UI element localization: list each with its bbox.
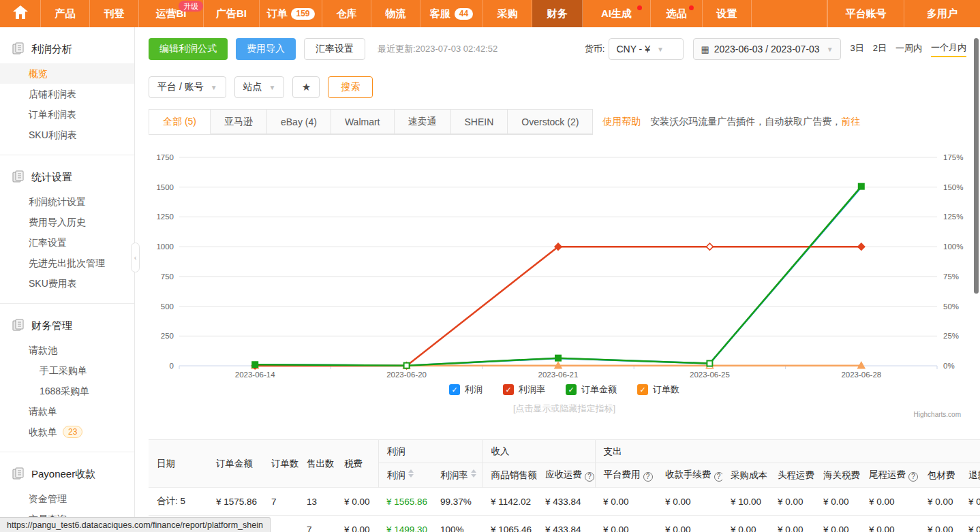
- sidebar-item-1688采购单[interactable]: 1688采购单: [0, 381, 134, 401]
- date-range-picker[interactable]: ▦ 2023-06-03 / 2023-07-03 ▼: [693, 38, 840, 60]
- sidebar-item-订单利润表[interactable]: 订单利润表: [0, 104, 134, 125]
- nav-item-采购[interactable]: 采购: [483, 0, 532, 27]
- column-header-订单金额[interactable]: 订单金额: [208, 440, 263, 488]
- nav-item-刊登[interactable]: 刊登: [90, 0, 139, 27]
- nav-item-订单[interactable]: 订单159: [260, 0, 322, 27]
- column-header-包材费[interactable]: 包材费: [919, 463, 960, 488]
- column-header-日期[interactable]: 日期: [149, 440, 208, 488]
- nav-item-仓库[interactable]: 仓库: [322, 0, 371, 27]
- legend-checkbox-checked[interactable]: ✓: [449, 384, 460, 395]
- legend-item-订单数[interactable]: ✓订单数: [637, 384, 679, 396]
- sidebar-item-汇率设置[interactable]: 汇率设置: [0, 232, 134, 253]
- tab-eBay (4)[interactable]: eBay (4): [267, 109, 331, 134]
- home-nav-item[interactable]: [0, 0, 41, 27]
- column-header-利润率[interactable]: 利润率: [432, 463, 483, 488]
- nav-item-AI生成[interactable]: AI生成: [583, 0, 651, 27]
- tab-速卖通[interactable]: 速卖通: [395, 109, 451, 134]
- quick-range-一周内[interactable]: 一周内: [895, 42, 922, 57]
- help-icon[interactable]: ?: [714, 472, 723, 482]
- sort-icon[interactable]: [471, 469, 476, 478]
- site-dropdown[interactable]: 站点 ▼: [234, 76, 285, 98]
- table-row[interactable]: 合计: 5¥ 1575.86713¥ 0.00¥ 1565.8699.37%¥ …: [149, 488, 980, 516]
- notification-dot: [637, 5, 642, 10]
- sidebar-item-资金管理[interactable]: 资金管理: [0, 488, 134, 509]
- legend-checkbox-checked[interactable]: ✓: [637, 384, 648, 395]
- currency-select[interactable]: CNY - ¥ ▼: [609, 38, 684, 60]
- sidebar-item-SKU利润表[interactable]: SKU利润表: [0, 125, 134, 145]
- nav-item-财务[interactable]: 财务: [532, 0, 583, 27]
- search-button[interactable]: 搜索: [328, 76, 373, 98]
- table-cell: ¥ 0.00: [919, 516, 960, 532]
- nav-item-平台账号[interactable]: 平台账号: [827, 0, 904, 27]
- nav-item-设置[interactable]: 设置: [703, 0, 752, 27]
- nav-item-选品[interactable]: 选品: [651, 0, 703, 27]
- quick-range-3日[interactable]: 3日: [851, 42, 864, 57]
- column-header-售出数[interactable]: 售出数: [298, 440, 336, 488]
- nav-item-产品[interactable]: 产品: [41, 0, 90, 27]
- nav-item-运营BI[interactable]: 运营BI升级: [139, 0, 204, 27]
- table-cell: ¥ 433.84: [537, 516, 595, 532]
- column-header-海关税费[interactable]: 海关税费: [815, 463, 861, 488]
- tab-Walmart[interactable]: Walmart: [331, 109, 395, 134]
- nav-item-物流[interactable]: 物流: [371, 0, 420, 27]
- help-icon[interactable]: ?: [585, 472, 594, 482]
- sidebar-item-概览[interactable]: 概览: [0, 63, 134, 84]
- column-header-尾程运费[interactable]: 尾程运费?: [861, 463, 919, 488]
- column-header-平台费用[interactable]: 平台费用?: [595, 463, 657, 488]
- sidebar-item-请款单[interactable]: 请款单: [0, 401, 134, 422]
- favorite-filter-button[interactable]: ★: [292, 76, 320, 98]
- quick-range-2日[interactable]: 2日: [873, 42, 887, 57]
- nav-item-客服[interactable]: 客服44: [420, 0, 483, 27]
- column-header-商品销售额[interactable]: 商品销售额: [483, 463, 537, 488]
- sidebar-item-SKU费用表[interactable]: SKU费用表: [0, 273, 134, 294]
- nav-item-广告BI[interactable]: 广告BI: [204, 0, 260, 27]
- sidebar-item-手工采购单[interactable]: 手工采购单: [0, 360, 134, 381]
- platform-account-dropdown[interactable]: 平台 / 账号 ▼: [149, 76, 226, 98]
- sidebar-item-先进先出批次管理[interactable]: 先进先出批次管理: [0, 253, 134, 273]
- exchange-rate-setting-button[interactable]: 汇率设置: [304, 38, 365, 60]
- svg-text:0%: 0%: [943, 362, 955, 370]
- legend-checkbox-checked[interactable]: ✓: [503, 384, 514, 395]
- highcharts-credit[interactable]: Highcharts.com: [914, 411, 961, 418]
- sort-icon[interactable]: [408, 469, 414, 478]
- tab-全部 (5)[interactable]: 全部 (5): [149, 109, 211, 134]
- status-url-tooltip: https://pangu_test6.datacaciques.com/fin…: [0, 517, 271, 532]
- help-icon[interactable]: ?: [643, 472, 653, 482]
- tab-Overstock (2)[interactable]: Overstock (2): [508, 109, 593, 134]
- legend-item-利润率[interactable]: ✓利润率: [503, 384, 545, 396]
- sidebar-item-利润统计设置[interactable]: 利润统计设置: [0, 191, 134, 212]
- svg-text:750: 750: [161, 272, 174, 281]
- legend-checkbox-checked[interactable]: ✓: [566, 384, 577, 395]
- column-header-利润[interactable]: 利润: [378, 463, 432, 488]
- column-header-收款手续费[interactable]: 收款手续费?: [657, 463, 722, 488]
- column-group-利润: 利润: [378, 440, 483, 463]
- nav-item-多用户[interactable]: 多用户: [904, 0, 980, 27]
- help-icon[interactable]: ?: [908, 472, 918, 482]
- sidebar-item-请款池[interactable]: 请款池: [0, 340, 134, 360]
- currency-value: CNY - ¥: [616, 44, 650, 54]
- column-header-头程运费[interactable]: 头程运费: [769, 463, 815, 488]
- legend-item-利润[interactable]: ✓利润: [449, 384, 483, 396]
- column-header-采购成本[interactable]: 采购成本: [722, 463, 769, 488]
- table-row[interactable]: 7¥ 0.00¥ 1499.30100%¥ 1065.46¥ 433.84¥ 0…: [149, 516, 980, 532]
- column-header-应收运费[interactable]: 应收运费?: [537, 463, 595, 488]
- quick-range-一个月内[interactable]: 一个月内: [931, 42, 966, 57]
- sidebar: 利润分析概览店铺利润表订单利润表SKU利润表统计设置利润统计设置费用导入历史汇率…: [0, 27, 135, 532]
- sidebar-collapse-handle[interactable]: ‹: [131, 242, 140, 272]
- sidebar-item-费用导入历史[interactable]: 费用导入历史: [0, 212, 134, 232]
- sidebar-item-收款单[interactable]: 收款单23: [0, 422, 134, 442]
- column-header-税费[interactable]: 税费: [336, 440, 378, 488]
- fee-import-button[interactable]: 费用导入: [236, 38, 296, 60]
- column-header-退款[interactable]: 退款: [960, 463, 980, 488]
- nav-item-label: 物流: [386, 7, 406, 20]
- vertical-scrollbar[interactable]: [974, 38, 979, 294]
- legend-item-订单金额[interactable]: ✓订单金额: [566, 384, 617, 396]
- tab-亚马逊[interactable]: 亚马逊: [211, 109, 267, 134]
- edit-profit-formula-button[interactable]: 编辑利润公式: [149, 38, 228, 60]
- tab-SHEIN[interactable]: SHEIN: [451, 109, 508, 134]
- nav-item-label: 采购: [497, 7, 518, 20]
- help-link[interactable]: 使用帮助: [602, 116, 641, 128]
- help-go-link[interactable]: 前往: [841, 116, 860, 128]
- column-header-订单数[interactable]: 订单数: [263, 440, 298, 488]
- sidebar-item-店铺利润表[interactable]: 店铺利润表: [0, 84, 134, 104]
